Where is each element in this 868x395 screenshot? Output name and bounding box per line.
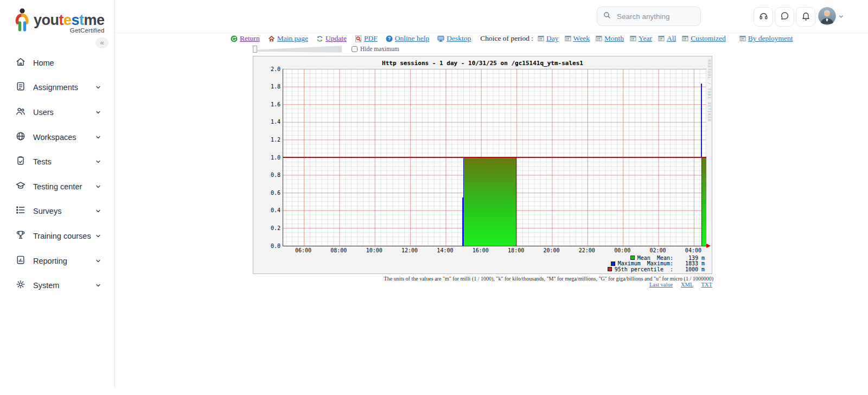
- pdf-icon: [355, 35, 362, 42]
- sidebar-item-label: Workspaces: [33, 133, 95, 142]
- gear-icon: [15, 279, 26, 292]
- app-logo: youtestme GetCertified: [13, 8, 104, 36]
- legend-value: 139 m: [673, 255, 705, 261]
- chat-button[interactable]: [775, 7, 794, 27]
- help-icon: ?: [386, 35, 393, 42]
- period-link-day[interactable]: Day: [538, 34, 559, 43]
- logo-person-icon: [13, 8, 31, 36]
- slider-track[interactable]: [253, 46, 342, 53]
- y-tick-label: 1.6: [258, 101, 280, 107]
- slider-handle[interactable]: [253, 46, 257, 53]
- avatar[interactable]: [818, 7, 836, 25]
- chevron-down-icon: [95, 282, 101, 289]
- calendar-icon: [630, 35, 636, 42]
- sidebar-item-surveys[interactable]: Surveys: [0, 199, 114, 224]
- chevron-down-icon: [95, 134, 101, 141]
- search-box[interactable]: [597, 7, 701, 26]
- plot-area: [283, 69, 706, 246]
- chevron-down-icon: [95, 258, 101, 264]
- sidebar-item-label: Reporting: [33, 257, 95, 265]
- period-link-year[interactable]: Year: [630, 34, 652, 43]
- legend-label: Maximum Maximum:: [618, 260, 673, 266]
- period-link-month[interactable]: Month: [596, 34, 624, 43]
- page: youtestme GetCertified « Home Assignment…: [0, 0, 868, 395]
- period-link-customized[interactable]: Customized: [682, 34, 726, 43]
- return-link[interactable]: Return: [231, 34, 260, 43]
- chevron-down-icon: [95, 233, 101, 239]
- search-input[interactable]: [616, 12, 699, 21]
- legend-value: 1000 m: [673, 266, 705, 272]
- mean-area-right: [701, 157, 706, 246]
- legend-row: 95th percentile :1000 m: [608, 266, 705, 272]
- chevron-down-icon: [95, 84, 101, 91]
- y-tick-label: 1.8: [258, 84, 280, 90]
- y-tick-label: 1.2: [258, 137, 280, 143]
- desktop-link[interactable]: Desktop: [437, 34, 471, 43]
- svg-text:?: ?: [388, 36, 391, 41]
- return-icon: [231, 35, 238, 42]
- sidebar-item-workspaces[interactable]: Workspaces: [0, 125, 114, 150]
- main-page-link[interactable]: Main page: [268, 34, 308, 43]
- sidebar-item-training-courses[interactable]: Training courses: [0, 224, 114, 249]
- sidebar-item-system[interactable]: System: [0, 273, 114, 298]
- xml-link[interactable]: XML: [681, 282, 693, 288]
- sidebar-item-assignments[interactable]: Assignments: [0, 75, 114, 100]
- chat-icon: [780, 11, 790, 23]
- online-help-link[interactable]: ? Online help: [386, 34, 429, 43]
- legend-row: Maximum Maximum:1833 m: [611, 261, 705, 267]
- txt-link[interactable]: TXT: [701, 282, 712, 288]
- hide-maximum-checkbox[interactable]: [352, 46, 358, 52]
- avatar-chevron-down-icon[interactable]: [838, 14, 844, 20]
- tests-icon: [15, 155, 26, 168]
- pdf-link[interactable]: PDF: [355, 34, 378, 43]
- export-links: Last value XML TXT: [253, 282, 712, 288]
- calendar-icon: [658, 35, 665, 42]
- x-tick-label: 00:00: [614, 247, 630, 253]
- period-link-all[interactable]: All: [658, 34, 676, 43]
- zoom-slider[interactable]: [253, 46, 342, 53]
- sidebar-item-home[interactable]: Home: [0, 50, 114, 75]
- bell-icon: [801, 11, 811, 23]
- x-tick-label: 22:00: [579, 247, 595, 253]
- calendar-icon: [682, 35, 688, 42]
- notifications-button[interactable]: [796, 7, 815, 27]
- x-tick-label: 16:00: [473, 247, 489, 253]
- sidebar-item-label: System: [33, 281, 95, 290]
- sidebar-item-label: Surveys: [33, 207, 95, 215]
- y-tick-label: 0.4: [258, 207, 280, 213]
- update-link[interactable]: Update: [316, 34, 347, 43]
- sidebar-item-testing-center[interactable]: Testing center: [0, 174, 114, 199]
- legend-swatch: [611, 262, 615, 266]
- last-value-link[interactable]: Last value: [649, 282, 673, 288]
- period-link-week[interactable]: Week: [565, 34, 590, 43]
- calendar-icon: [565, 35, 571, 42]
- legend-label: 95th percentile :: [615, 266, 673, 272]
- chevron-down-icon: [95, 208, 101, 214]
- house-icon: [268, 35, 275, 42]
- calendar-icon: [538, 35, 544, 42]
- period-link-by-deployment[interactable]: By deployment: [739, 34, 793, 43]
- units-note: The units of the values are "m" for mill…: [253, 276, 713, 282]
- sidebar-collapse-button[interactable]: «: [95, 37, 108, 48]
- legend-row: Mean Mean:139 m: [630, 255, 705, 261]
- hide-maximum-label: Hide maximum: [360, 46, 399, 52]
- assignments-icon: [15, 81, 26, 94]
- x-tick-label: 06:00: [295, 247, 311, 253]
- y-tick-label: 0.2: [258, 225, 280, 231]
- sidebar-nav: Home Assignments Users Workspaces Tests: [0, 50, 114, 298]
- y-tick-label: 2.0: [258, 66, 280, 72]
- percentile-line: [283, 157, 706, 158]
- search-icon: [603, 11, 611, 22]
- y-tick-label: 1.0: [258, 155, 280, 161]
- sidebar-item-tests[interactable]: Tests: [0, 149, 114, 174]
- sidebar-item-users[interactable]: Users: [0, 100, 114, 125]
- monitor-icon: [437, 35, 444, 42]
- x-tick-label: 04:00: [685, 247, 701, 253]
- support-button[interactable]: [754, 7, 773, 27]
- sidebar-item-label: Users: [33, 108, 95, 117]
- topbar: [115, 0, 868, 33]
- list-icon: [15, 205, 26, 218]
- hide-maximum-option: Hide maximum: [352, 46, 399, 52]
- sidebar-item-reporting[interactable]: Reporting: [0, 249, 114, 273]
- refresh-icon: [316, 35, 323, 42]
